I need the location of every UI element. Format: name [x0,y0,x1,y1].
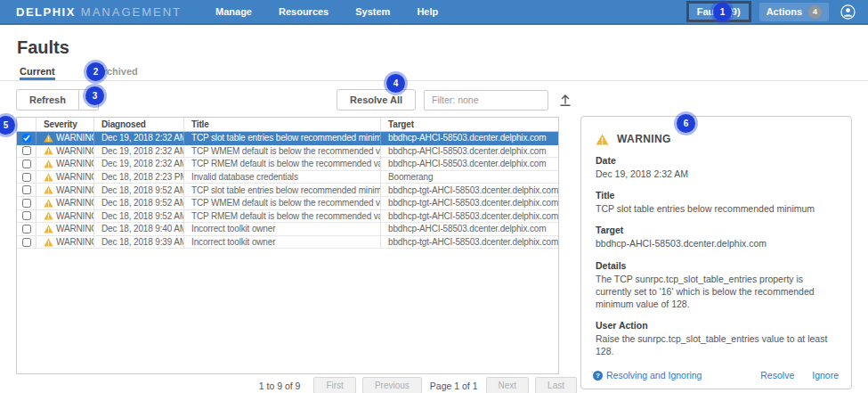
title-cell: TCP WMEM default is below the recommende… [184,145,381,158]
target-cell: bbdhcp-AHCI-58503.dcenter.delphix.com [381,132,558,144]
diagnosed-cell: Dec 18, 2018 9:52 AM [94,210,184,223]
resolve-link[interactable]: Resolve [760,370,794,381]
warning-icon [44,199,53,208]
warning-icon [44,146,53,155]
table-row[interactable]: WARNING Dec 18, 2018 9:52 AM TCP RMEM de… [17,210,558,224]
panel-footer: ? Resolving and Ignoring Resolve Ignore [593,370,839,381]
callout-badge-6: 6 [677,114,695,133]
brand-secondary: MANAGEMENT [81,5,182,19]
row-checkbox[interactable] [22,225,31,233]
resolving-ignoring-link[interactable]: ? Resolving and Ignoring [593,370,702,381]
export-button[interactable] [558,93,572,107]
table-row[interactable]: WARNING Dec 19, 2018 2:32 AM TCP WMEM de… [17,145,558,159]
table-row[interactable]: WARNING Dec 19, 2018 2:32 AM TCP slot ta… [17,132,558,145]
callout-badge-4: 4 [386,74,405,93]
row-checkbox-cell [17,158,37,170]
row-checkbox[interactable] [22,146,31,155]
severity-cell: WARNING [37,197,94,209]
warning-icon [44,211,53,220]
title-cell: TCP slot table entries below recommended… [184,184,381,196]
row-checkbox-cell [17,184,37,196]
row-checkbox-cell [17,145,37,158]
filter-input[interactable] [424,90,548,111]
refresh-button[interactable]: Refresh [16,89,79,111]
table-row[interactable]: WARNING Dec 18, 2018 9:52 AM TCP WMEM de… [17,197,558,210]
nav-item-resources[interactable]: Resources [279,6,329,17]
callout-badge-3: 3 [85,86,104,105]
row-checkbox[interactable] [22,173,31,182]
row-checkbox[interactable] [22,134,31,143]
details-field: Details The TCP sunrpc.tcp_slot_table_en… [596,260,837,311]
help-link-label: Resolving and Ignoring [606,370,702,381]
target-cell: bbdhcp-tgt-AHCI-58503.dcenter.delphix.co… [381,184,558,196]
row-checkbox[interactable] [22,238,31,247]
table-row[interactable]: WARNING Dec 18, 2018 9:39 AM Incorrect t… [17,236,558,250]
actions-label: Actions [767,6,802,17]
next-page-button[interactable]: Next [486,377,530,393]
row-checkbox-cell [17,171,37,184]
ignore-link[interactable]: Ignore [812,370,839,381]
page-title: Faults [17,37,69,58]
last-page-button[interactable]: Last [535,377,577,393]
row-checkbox[interactable] [22,211,31,220]
panel-header: WARNING [596,133,837,145]
severity-label: WARNING [56,211,94,221]
warning-icon [44,173,53,182]
title-cell: Incorrect toolkit owner [184,236,381,249]
title-field: Title TCP slot table entries below recom… [596,190,837,215]
table-row[interactable]: WARNING Dec 18, 2018 9:52 AM TCP slot ta… [17,184,558,197]
nav-menu: Manage Resources System Help [215,6,438,17]
fault-detail-panel: WARNING Date Dec 19, 2018 2:32 AM Title … [580,116,852,389]
column-header-severity: Severity [37,118,94,131]
nav-item-help[interactable]: Help [417,6,438,17]
nav-item-system[interactable]: System [355,6,390,17]
user-action-label: User Action [596,320,837,331]
warning-icon [44,134,53,143]
footer-links: Resolve Ignore [760,370,839,381]
row-checkbox-cell [17,197,37,209]
warning-icon [44,160,53,168]
table-header-row: Severity Diagnosed Title Target [17,118,558,132]
row-checkbox[interactable] [22,185,31,194]
target-cell: bbdhcp-tgt-AHCI-58503.dcenter.delphix.co… [381,197,558,209]
actions-button[interactable]: Actions 4 [759,3,829,21]
callout-badge-2: 2 [86,62,105,81]
nav-item-manage[interactable]: Manage [215,6,252,17]
severity-label: WARNING [56,185,94,195]
panel-severity-label: WARNING [617,133,671,145]
row-checkbox[interactable] [22,160,31,168]
pagination: 1 to 9 of 9 First Previous Page 1 of 1 N… [16,374,577,393]
resolve-all-button[interactable]: Resolve All [337,89,416,111]
severity-label: WARNING [56,237,94,247]
user-action-value: Raise the sunrpc.tcp_slot_table_entries … [596,332,837,357]
first-page-button[interactable]: First [313,377,355,393]
severity-cell: WARNING [37,145,94,158]
warning-icon [596,134,609,145]
tab-bar: Current Archived [0,66,868,81]
diagnosed-cell: Dec 18, 2018 9:39 AM [94,236,184,249]
tab-current[interactable]: Current [20,66,55,80]
severity-label: WARNING [56,159,94,168]
actions-count-badge: 4 [808,5,822,19]
row-checkbox-cell [17,132,37,144]
table-row[interactable]: WARNING Dec 19, 2018 2:32 AM TCP RMEM de… [17,158,558,171]
table-row[interactable]: WARNING Dec 18, 2018 2:23 PM Invalid dat… [17,171,558,184]
table-row[interactable]: WARNING Dec 18, 2018 9:40 AM Incorrect t… [17,223,558,236]
row-checkbox-cell [17,236,37,249]
target-cell: bbdhcp-AHCI-58503.dcenter.delphix.com [381,145,558,158]
column-header-title: Title [184,118,381,131]
target-cell: Boomerang [381,171,558,184]
previous-page-button[interactable]: Previous [362,377,422,393]
top-navbar: DELPHIX MANAGEMENT Manage Resources Syst… [0,0,868,25]
callout-badge-5: 5 [0,116,15,135]
details-label: Details [596,260,837,271]
upload-icon [558,93,572,107]
help-icon: ? [593,371,603,381]
severity-label: WARNING [56,133,94,143]
toolbar-right: Resolve All [337,89,572,111]
warning-icon [44,238,53,247]
row-checkbox[interactable] [22,199,31,208]
navbar-right: Faults (9) Actions 4 [686,1,859,22]
title-label: Title [596,190,837,201]
user-profile-icon[interactable] [840,4,856,20]
